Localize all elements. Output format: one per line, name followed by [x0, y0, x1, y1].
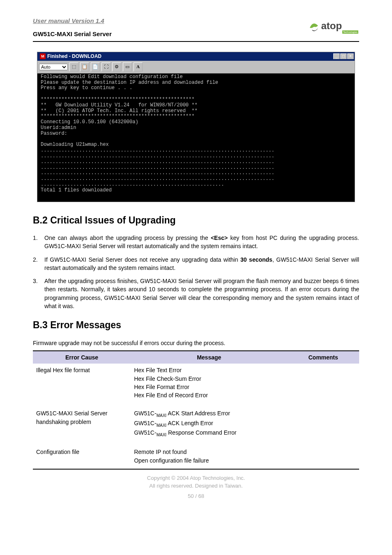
cell-comments: [287, 445, 359, 469]
atop-logo: atop Technologies: [306, 16, 359, 37]
header-comments: Comments: [287, 351, 359, 364]
terminal-toolbar: Auto ⬚ 📋 📄 ⛶ ⚙ ▭ A: [37, 61, 355, 74]
cell-comments: [287, 407, 359, 445]
header-error-cause: Error Cause: [33, 351, 131, 364]
svg-text:Technologies: Technologies: [343, 31, 357, 33]
minimize-button[interactable]: _: [333, 53, 340, 59]
table-row: GW51C-MAXI Serial Server handshaking pro…: [33, 407, 359, 445]
page-number: 50 / 68: [33, 493, 359, 500]
toolbar-copy-button[interactable]: 📋: [80, 62, 89, 71]
font-size-select[interactable]: Auto: [39, 64, 68, 70]
toolbar-btn-1[interactable]: ⬚: [69, 62, 78, 71]
cell-comments: [287, 364, 359, 407]
cell-cause: Configuration file: [33, 445, 131, 469]
cell-message: Hex File Text Error Hex File Check-Sum E…: [131, 364, 287, 407]
window-controls: _ □ ×: [333, 53, 354, 59]
title-bar: M Finished - DOWNLOAD _ □ ×: [37, 52, 355, 61]
close-button[interactable]: ×: [347, 53, 354, 59]
manual-version: User manual Version 1.4: [33, 16, 112, 25]
cell-message: GW51C-MAXI ACK Start Address ErrorGW51C-…: [131, 407, 287, 445]
list-item: One can always abort the upgrading proce…: [33, 234, 359, 251]
window-title: Finished - DOWNLOAD: [47, 53, 101, 60]
toolbar-fullscreen-button[interactable]: ⛶: [101, 62, 111, 71]
error-table: Error Cause Message Comments Illegal Hex…: [33, 350, 359, 470]
toolbar-font-button[interactable]: A: [134, 62, 143, 71]
section-b3-title: B.3 Error Messages: [33, 318, 359, 332]
section-b2-title: B.2 Critical Issues of Upgrading: [33, 214, 359, 227]
page-footer: Copyright © 2004 Atop Technologies, Inc.…: [33, 474, 359, 500]
terminal-output: Following would Edit download configurat…: [37, 74, 355, 202]
table-row: Configuration file Remote IP not found O…: [33, 445, 359, 469]
list-item: After the upgrading process finishes, GW…: [33, 277, 359, 310]
svg-text:atop: atop: [321, 20, 342, 31]
b3-intro: Firmware upgrade may not be successful i…: [33, 339, 359, 347]
page-header: User manual Version 1.4 GW51C-MAXI Seria…: [33, 16, 359, 42]
toolbar-paste-button[interactable]: 📄: [91, 62, 100, 71]
list-item: If GW51C-MAXI Serial Server does not rec…: [33, 256, 359, 272]
header-left: User manual Version 1.4 GW51C-MAXI Seria…: [33, 16, 112, 39]
product-name: GW51C-MAXI Serial Server: [33, 30, 112, 39]
header-message: Message: [131, 351, 287, 364]
cell-cause: Illegal Hex file format: [33, 364, 131, 407]
critical-issues-list: One can always abort the upgrading proce…: [33, 234, 359, 310]
cell-cause: GW51C-MAXI Serial Server handshaking pro…: [33, 407, 131, 445]
table-row: Illegal Hex file format Hex File Text Er…: [33, 364, 359, 407]
toolbar-background-button[interactable]: ▭: [123, 62, 132, 71]
footer-copyright: Copyright © 2004 Atop Technologies, Inc.: [33, 474, 359, 482]
msdos-icon: M: [40, 53, 46, 59]
cell-message: Remote IP not found Open configuration f…: [131, 445, 287, 469]
toolbar-properties-button[interactable]: ⚙: [112, 62, 121, 71]
footer-rights: All rights reserved. Designed in Taiwan.: [33, 482, 359, 490]
maximize-button[interactable]: □: [340, 53, 347, 59]
terminal-window: M Finished - DOWNLOAD _ □ × Auto ⬚ 📋 📄 ⛶…: [37, 52, 355, 202]
